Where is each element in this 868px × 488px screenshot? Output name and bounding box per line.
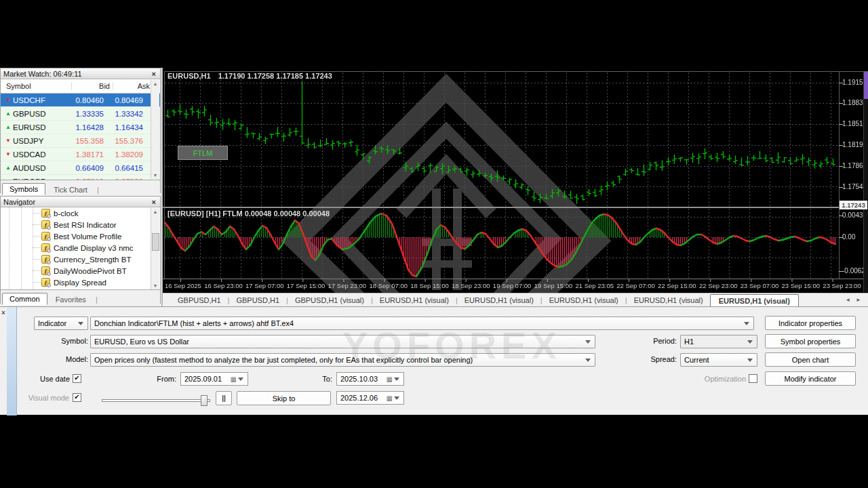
price-down-icon: ▼ (1, 97, 13, 103)
navigator-scrollbar[interactable]: ▲ ▼ (151, 208, 159, 289)
price-up-icon: ▲ (1, 165, 13, 171)
scroll-up-icon[interactable]: ▲ (153, 209, 158, 214)
indicator-item-label: b-clock (54, 209, 78, 218)
indicator-function-icon: ƒ (41, 278, 50, 287)
close-icon[interactable]: × (151, 70, 157, 77)
slider-track[interactable] (102, 399, 210, 402)
chart-tab[interactable]: EURUSD,H1 (visual) (710, 294, 799, 307)
market-watch-row[interactable]: ▲AUDUSD0.664090.66415 (1, 161, 160, 175)
symbol-label: Symbol: (41, 337, 88, 345)
optimization-label: Optimization (690, 375, 746, 383)
open-chart-button[interactable]: Open chart (765, 352, 856, 367)
from-date-field[interactable]: 2025.09.01 ▦ (180, 372, 248, 386)
indicator-item[interactable]: ƒDisplay Spread (41, 277, 160, 288)
chart-vertical-scrollbar[interactable] (863, 72, 868, 292)
time-axis-label: 16 Sep 2025 (165, 279, 201, 292)
scrollbar-thumb[interactable] (152, 233, 159, 251)
chart-tab[interactable]: EURUSD,H1 (visual) (542, 293, 625, 306)
market-watch-row[interactable]: ▲GBPUSD1.333351.33342 (1, 107, 160, 121)
chart-tab-items: GBPUSD,H1|GBPUSD,H1|GBPUSD,H1 (visual)|E… (163, 293, 799, 306)
symbol-name: USDCAD (13, 150, 66, 159)
tab-scroll-right-icon[interactable]: ► (856, 297, 861, 303)
visual-mode-checkbox[interactable]: ✔ (73, 393, 81, 402)
indicator-function-icon: ƒ (41, 209, 50, 218)
ask-value: 155.376 (106, 137, 146, 145)
pause-button[interactable]: || (216, 391, 232, 405)
column-symbol[interactable]: Symbol (1, 82, 72, 90)
indicator-item-label: Best Volume Profile (54, 232, 121, 241)
tester-type-select[interactable]: Indicator (34, 317, 88, 330)
from-label: From: (137, 375, 176, 383)
indicator-item[interactable]: ƒDailyWoodiePivot BT (41, 265, 160, 277)
chart-canvas[interactable] (163, 68, 868, 293)
chart-tab[interactable]: EURUSD,H1 (visual) (627, 293, 710, 306)
ask-value: 1.38209 (106, 150, 146, 159)
time-axis-label: 21 Sep 23:05 (575, 279, 614, 292)
chart-symbol-period: EURUSD,H1 (167, 72, 211, 80)
bid-value: 1.33335 (66, 110, 106, 118)
tab-tick-chart[interactable]: Tick Chart (47, 184, 94, 195)
tab-symbols[interactable]: Symbols (2, 183, 45, 195)
modify-indicator-button[interactable]: Modify indicator (765, 371, 856, 386)
market-watch-row[interactable]: ▼USDJPY155.358155.376 (1, 134, 160, 148)
market-watch-row[interactable]: ▼EURGBP0.873180.87333 (1, 175, 160, 180)
visual-speed-slider[interactable] (102, 395, 210, 406)
strategy-tester-panel: YOFOREX × Indicator Donchian Indicator\F… (0, 306, 868, 415)
market-watch-scrollbar[interactable]: ▲ ▼ (151, 80, 159, 179)
indicator-item[interactable]: ƒ (41, 288, 160, 289)
ftlm-object-label[interactable]: FTLM (178, 146, 228, 160)
current-price-badge: 1.17243 (840, 201, 867, 209)
tab-scroll-left-icon[interactable]: ◄ (845, 297, 850, 303)
navigator-panel: Navigator × ƒb-clockƒBest RSI Indicatorƒ… (0, 196, 161, 304)
price-axis-label: 0.00 (842, 233, 855, 241)
optimization-checkbox[interactable] (749, 374, 757, 383)
scrollbar-thumb[interactable] (864, 72, 868, 99)
chevron-down-icon (238, 378, 243, 381)
indicator-item[interactable]: ƒBest Volume Profile (41, 230, 160, 242)
calendar-icon: ▦ (387, 375, 393, 383)
close-icon[interactable]: × (151, 199, 157, 205)
price-up-icon: ▲ (1, 110, 13, 117)
market-watch-row[interactable]: ▼USDCHF0.804600.80469 (1, 94, 160, 107)
market-watch-titlebar: Market Watch: 06:49:11 × (1, 68, 160, 79)
indicator-item[interactable]: ƒBest RSI Indicator (41, 219, 160, 230)
ask-value: 1.16434 (106, 123, 146, 131)
column-ask[interactable]: Ask (113, 82, 153, 90)
chart-tab[interactable]: EURUSD,H1 (visual) (458, 293, 540, 306)
scroll-down-icon[interactable]: ▼ (153, 283, 158, 288)
close-icon[interactable]: × (1, 309, 5, 317)
slider-thumb[interactable] (201, 395, 208, 406)
scroll-down-icon[interactable]: ▼ (153, 173, 158, 178)
to-date-value: 2025.10.03 (337, 375, 387, 383)
check-icon: ✔ (74, 394, 79, 401)
market-watch-row[interactable]: ▲EURUSD1.164281.16434 (1, 121, 160, 134)
column-bid[interactable]: Bid (72, 82, 113, 90)
indicator-item[interactable]: ƒCurrency_Strength BT (41, 253, 160, 265)
skip-to-date-field[interactable]: 2025.12.06 ▦ (336, 391, 404, 405)
indicator-properties-button[interactable]: Indicator properties (765, 316, 856, 330)
spread-select[interactable]: Current (680, 353, 757, 367)
chart-tab[interactable]: GBPUSD,H1 (229, 293, 286, 306)
skip-to-button[interactable]: Skip to (237, 391, 331, 405)
chevron-down-icon (744, 322, 749, 325)
indicator-item[interactable]: ƒb-clock (41, 207, 160, 219)
use-date-checkbox[interactable]: ✔ (73, 374, 81, 383)
period-select[interactable]: H1 (680, 335, 757, 348)
bid-value: 1.38171 (66, 150, 106, 159)
tab-common[interactable]: Common (2, 293, 47, 305)
chart-tab[interactable]: GBPUSD,H1 (171, 293, 228, 306)
market-watch-row[interactable]: ▼USDCAD1.381711.38209 (1, 148, 160, 161)
indicator-item-label: DailyWoodiePivot BT (54, 267, 127, 275)
symbol-name: USDJPY (13, 137, 66, 145)
time-axis-label: 23 Sep 23:00 (823, 279, 861, 292)
chart-tab[interactable]: EURUSD,H1 (visual) (373, 293, 456, 306)
chart-tab[interactable]: GBPUSD,H1 (visual) (288, 293, 371, 306)
check-icon: ✔ (74, 375, 79, 382)
tab-favorites[interactable]: Favorites (49, 294, 93, 305)
symbol-properties-button[interactable]: Symbol properties (765, 334, 856, 348)
scroll-up-icon[interactable]: ▲ (153, 81, 158, 86)
indicator-function-icon: ƒ (41, 220, 50, 229)
to-date-field[interactable]: 2025.10.03 ▦ (336, 372, 404, 386)
indicator-item[interactable]: ƒCandle Display v3 nmc (41, 242, 160, 253)
chevron-down-icon (585, 340, 591, 344)
